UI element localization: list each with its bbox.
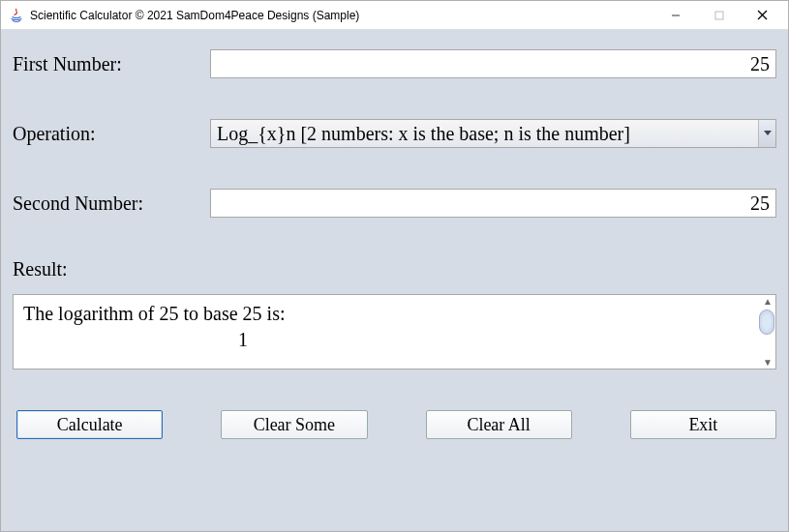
java-app-icon [9,8,24,23]
second-number-input[interactable] [210,189,776,218]
result-output[interactable]: The logarithm of 25 to base 25 is: 1 [13,294,776,369]
scroll-down-icon: ▼ [763,357,773,368]
operation-label: Operation: [13,123,210,145]
window-controls [653,2,784,29]
second-number-label: Second Number: [13,192,210,215]
result-box-wrap: The logarithm of 25 to base 25 is: 1 ▲ ▼ [13,294,776,369]
result-line-1: The logarithm of 25 to base 25 is: [23,303,286,324]
second-number-row: Second Number: [13,189,776,218]
exit-button[interactable]: Exit [630,410,776,439]
operation-select-wrap: Log_{x}n [2 numbers: x is the base; n is… [210,119,776,148]
result-scrollbar[interactable]: ▲ ▼ [761,296,774,368]
operation-select[interactable]: Log_{x}n [2 numbers: x is the base; n is… [210,119,776,148]
operation-row: Operation: Log_{x}n [2 numbers: x is the… [13,119,776,148]
minimize-button[interactable] [653,2,697,29]
first-number-row: First Number: [13,49,776,78]
app-window: Scientific Calculator © 2021 SamDom4Peac… [0,0,789,532]
calculate-button[interactable]: Calculate [16,410,163,439]
close-button[interactable] [741,2,784,29]
result-line-2: 1 [23,327,463,353]
titlebar: Scientific Calculator © 2021 SamDom4Peac… [1,1,788,30]
button-row: Calculate Clear Some Clear All Exit [13,410,776,439]
clear-some-button[interactable]: Clear Some [221,410,367,439]
content-panel: First Number: Operation: Log_{x}n [2 num… [1,30,788,531]
first-number-input[interactable] [210,49,776,78]
result-label: Result: [13,258,776,281]
scroll-thumb[interactable] [759,310,774,335]
window-title: Scientific Calculator © 2021 SamDom4Peac… [30,9,653,22]
first-number-label: First Number: [13,53,210,75]
scroll-up-icon: ▲ [763,296,773,307]
clear-all-button[interactable]: Clear All [426,410,572,439]
svg-rect-1 [715,12,723,19]
maximize-button [697,2,741,29]
